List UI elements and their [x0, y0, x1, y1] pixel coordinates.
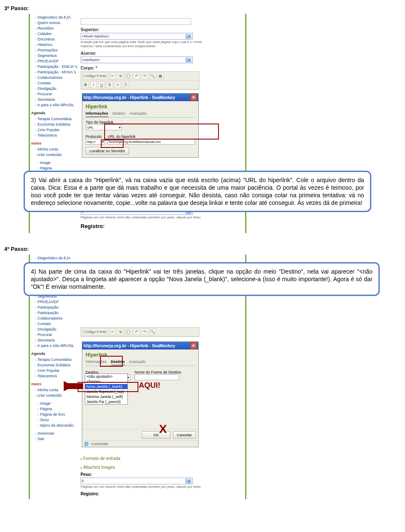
chevron-down-icon[interactable]: ▾: [186, 57, 192, 62]
undo-icon[interactable]: ↶: [133, 328, 140, 335]
sidebar-item[interactable]: Telecentros: [35, 373, 80, 379]
cancel-button[interactable]: Cancelar: [173, 431, 196, 439]
dialog-tabs: InformaçõesDestinoAvançado: [86, 111, 195, 118]
sidebar-item[interactable]: Diagnóstico da EJA: [35, 255, 80, 261]
sidebar-item[interactable]: Contato: [35, 321, 80, 327]
sidebar-item[interactable]: Terapia Comunitária: [35, 116, 80, 122]
collapsible-attached[interactable]: Attached Images: [81, 465, 245, 470]
sidebar-item[interactable]: Gerenciar: [35, 431, 80, 436]
cut-icon[interactable]: ✂: [109, 73, 116, 79]
chevron-down-icon[interactable]: ▾: [186, 478, 192, 484]
sidebar-item[interactable]: Reuniões: [35, 26, 80, 31]
source-button[interactable]: Código-Fonte: [82, 328, 108, 335]
rich-text-editor[interactable]: Código-Fonte ✂ ⧉ 📋 ↶ ↷ 🔍: [81, 327, 200, 337]
superior-select[interactable]: <Nível máximo> ▾: [81, 33, 193, 40]
find-icon[interactable]: 🔍: [149, 328, 156, 335]
sidebar-item[interactable]: PROEJA/DF: [35, 59, 80, 64]
underline-icon[interactable]: U: [98, 81, 105, 88]
sidebar-item[interactable]: Ir para o sítio BRASIL: [35, 343, 80, 349]
x-mark: X: [159, 422, 167, 436]
registro-label: Registro:: [81, 492, 245, 496]
frame-input[interactable]: [135, 374, 179, 380]
sidebar-item[interactable]: Participação: [35, 305, 80, 310]
sidebar-item[interactable]: Procurar: [35, 332, 80, 338]
sidebar-item[interactable]: Economia Solidária: [35, 122, 80, 127]
dialog-title: http://forumeja.org.br - Hiperlink - Sea…: [84, 95, 175, 100]
collapsible-formato[interactable]: Formato de entrada: [81, 456, 245, 461]
sidebar-item[interactable]: Colaboradores: [35, 75, 80, 81]
localizar-button[interactable]: Localizar no Servidor: [86, 147, 129, 155]
sidebar-item[interactable]: Colaboradores: [35, 316, 80, 321]
sidebar-item[interactable]: Sair: [35, 436, 80, 442]
sidebar-item[interactable]: Image: [37, 401, 80, 406]
sidebar-item[interactable]: Histórico: [35, 42, 80, 48]
dialog-titlebar[interactable]: http://forumeja.org.br - Hiperlink - Sea…: [82, 342, 198, 349]
sidebar-item[interactable]: Cine Popular: [35, 127, 80, 133]
list-ul-icon[interactable]: ☰: [122, 81, 129, 88]
sidebar-item[interactable]: PROEJA/DF: [35, 299, 80, 305]
paste-icon[interactable]: 📋: [125, 73, 132, 79]
tab-destino[interactable]: Destino: [113, 111, 126, 117]
sidebar-item[interactable]: Divulgação: [35, 327, 80, 332]
copy-icon[interactable]: ⧉: [117, 73, 124, 79]
table-icon[interactable]: ▦: [157, 73, 164, 79]
sidebar-item[interactable]: criar conteúdo: [35, 152, 80, 158]
dialog-titlebar[interactable]: http://forumeja.org.br - Hiperlink - Sea…: [82, 94, 198, 101]
sidebar-item[interactable]: tópico de discussão: [37, 423, 80, 428]
dropdown-option[interactable]: Janela Pai (_parent): [85, 399, 127, 404]
acervo-select[interactable]: <nenhum> ▾: [81, 56, 193, 63]
sidebar-item[interactable]: Página de livro: [37, 412, 80, 417]
sidebar-item[interactable]: Economia Solidária: [35, 363, 80, 368]
tab-informações[interactable]: Informações: [86, 111, 108, 117]
close-icon[interactable]: ✕: [190, 94, 197, 101]
cut-icon[interactable]: ✂: [109, 328, 116, 335]
sidebar-item[interactable]: Minha conta: [35, 147, 80, 152]
globe-icon: 🌐: [84, 442, 89, 446]
sidebar-item[interactable]: Quem somos: [35, 20, 80, 26]
sidebar-item[interactable]: Página: [37, 406, 80, 412]
sidebar-item[interactable]: Cidades: [35, 31, 80, 37]
sidebar-item[interactable]: Diagnostico da EJA: [35, 15, 80, 20]
sidebar-item[interactable]: Ir para o sítio BRASIL: [35, 102, 80, 108]
dropdown-option[interactable]: <não ajustado>: [85, 374, 127, 379]
sidebar-item[interactable]: Segmentos: [35, 53, 80, 59]
source-button[interactable]: Código-Fonte: [82, 73, 108, 79]
find-icon[interactable]: 🔍: [149, 73, 156, 79]
sidebar-item[interactable]: Story: [37, 417, 80, 423]
dropdown-option[interactable]: Mesma Janela (_self): [85, 394, 127, 399]
sidebar-item[interactable]: Secretaria: [35, 338, 80, 343]
highlight-url-field: [104, 124, 219, 140]
chevron-down-icon[interactable]: ▾: [186, 34, 192, 39]
sidebar-item[interactable]: Procurar: [35, 91, 80, 97]
sidebar-item[interactable]: Encontros: [35, 37, 80, 42]
sidebar-item[interactable]: Terapia Comunitária: [35, 357, 80, 363]
undo-icon[interactable]: ↶: [133, 73, 140, 79]
sidebar-item[interactable]: Participação - ENEJA´s: [35, 64, 80, 70]
bold-icon[interactable]: B: [82, 81, 89, 88]
sidebar-item[interactable]: Participação: [35, 310, 80, 316]
protocolo-label: Protocolo: [86, 134, 105, 139]
sidebar-item[interactable]: Contato: [35, 81, 80, 86]
redo-icon[interactable]: ↷: [141, 73, 148, 79]
sidebar-item[interactable]: Divulgação: [35, 86, 80, 91]
sidebar-item[interactable]: Telecentros: [35, 133, 80, 138]
step3-label: 3º Passo:: [4, 5, 402, 11]
tab-avançado[interactable]: Avançado: [130, 111, 146, 117]
peso-select[interactable]: 0 ▾: [81, 478, 193, 484]
strike-icon[interactable]: S̶: [106, 81, 113, 88]
rich-text-editor[interactable]: Código-Fonte ✂ ⧉ 📋 ↶ ↷ 🔍 ▦ B I U S̶ ≡ ☰: [81, 71, 200, 90]
sidebar-item[interactable]: Participação - MOVA´s: [35, 70, 80, 75]
sidebar-item[interactable]: Premiações: [35, 48, 80, 53]
copy-icon[interactable]: ⧉: [117, 328, 124, 335]
close-icon[interactable]: ✕: [190, 342, 197, 349]
tab-avançado[interactable]: Avançado: [129, 360, 146, 365]
sidebar-item[interactable]: Image: [37, 160, 80, 166]
sidebar-item[interactable]: Secretaria: [35, 97, 80, 102]
list-ol-icon[interactable]: ≡: [114, 81, 121, 88]
generic-input[interactable]: [81, 18, 191, 25]
redo-icon[interactable]: ↷: [141, 328, 148, 335]
italic-icon[interactable]: I: [90, 81, 97, 88]
sidebar-item[interactable]: Cine Popular: [35, 368, 80, 373]
paste-icon[interactable]: 📋: [125, 328, 132, 335]
sidebar-item[interactable]: criar conteúdo: [35, 393, 80, 398]
